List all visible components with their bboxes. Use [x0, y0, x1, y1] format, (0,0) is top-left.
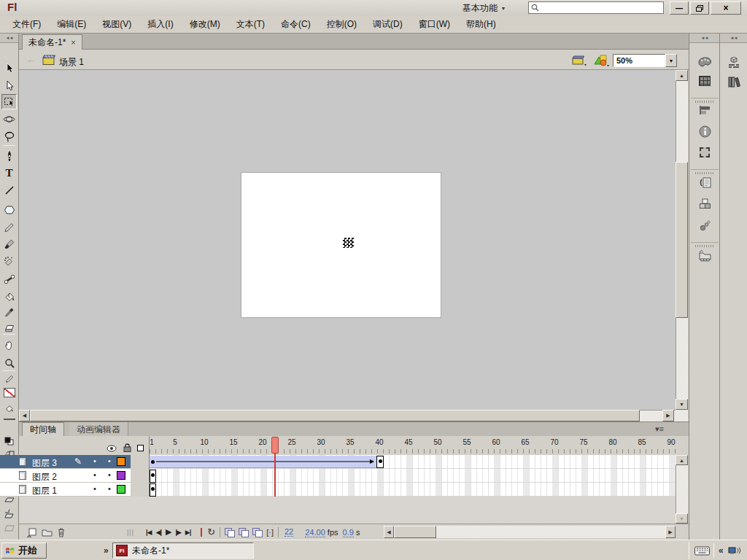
tools-collapse-button[interactable]: ◄◄: [0, 34, 18, 43]
taskbar-task-button[interactable]: Fl 未命名-1*: [112, 542, 254, 559]
menu-view[interactable]: 视图(V): [94, 16, 139, 33]
center-frame-button[interactable]: [201, 528, 203, 537]
new-layer-button[interactable]: [26, 527, 37, 537]
scroll-up-button[interactable]: ▲: [676, 70, 688, 81]
keyframe-cell-layer1[interactable]: [150, 483, 156, 497]
tab-timeline[interactable]: 时间轴: [22, 422, 64, 437]
menu-window[interactable]: 窗口(W): [411, 16, 458, 33]
vertical-scroll-thumb[interactable]: [676, 162, 688, 318]
panel-resize-handle[interactable]: |||: [127, 529, 134, 536]
start-button[interactable]: 开始: [1, 542, 47, 559]
menu-commands[interactable]: 命令(C): [273, 16, 319, 33]
playhead-marker[interactable]: [271, 437, 279, 454]
layer-lock-dot[interactable]: •: [108, 456, 111, 465]
tab-close-icon[interactable]: ×: [71, 38, 75, 47]
document-tab[interactable]: 未命名-1* ×: [22, 34, 82, 50]
line-tool-button[interactable]: [1, 182, 17, 198]
go-to-last-frame-button[interactable]: ▶|: [185, 529, 190, 536]
eyedropper-tool-button[interactable]: [1, 305, 17, 320]
3d-rotation-tool-button[interactable]: [1, 112, 17, 127]
step-forward-button[interactable]: |▶: [175, 529, 180, 536]
horizontal-scroll-thumb[interactable]: [30, 410, 640, 421]
search-input[interactable]: [541, 3, 658, 12]
step-back-button[interactable]: ◀|: [155, 529, 160, 536]
keyframe-cell-layer2[interactable]: [150, 470, 156, 483]
minimize-button[interactable]: —: [670, 1, 689, 15]
layer-outline-swatch[interactable]: [117, 485, 125, 494]
info-panel-button[interactable]: [689, 125, 720, 138]
modify-markers-button[interactable]: [·]: [266, 528, 274, 537]
dock-collapse-button[interactable]: ◄◄: [720, 34, 747, 43]
rotate-option-button[interactable]: [1, 521, 17, 536]
close-button[interactable]: ×: [711, 1, 741, 15]
timeline-scroll-up-button[interactable]: ▲: [676, 455, 688, 465]
dock-collapse-button[interactable]: ◄◄: [689, 34, 719, 43]
menu-modify[interactable]: 修改(M): [182, 16, 228, 33]
timeline-scroll-right-button[interactable]: ▶: [665, 526, 676, 538]
zoom-tool-button[interactable]: [1, 355, 17, 370]
layer-visibility-dot[interactable]: •: [93, 484, 96, 493]
keyframe-cell-end[interactable]: [376, 456, 384, 468]
stroke-color-swatch[interactable]: [4, 388, 15, 397]
layer-visibility-dot[interactable]: •: [93, 456, 96, 465]
edit-scene-button[interactable]: [572, 55, 589, 67]
timeline-scroll-down-button[interactable]: ▼: [676, 513, 688, 524]
zoom-dropdown-button[interactable]: ▼: [665, 54, 677, 67]
pen-tool-button[interactable]: [1, 148, 17, 163]
align-panel-button[interactable]: [689, 105, 720, 115]
quicklaunch-overflow-chevron[interactable]: »: [104, 545, 109, 556]
restore-button[interactable]: [690, 1, 709, 15]
menu-control[interactable]: 控制(O): [319, 16, 365, 33]
hand-tool-button[interactable]: [1, 338, 17, 353]
edit-symbols-button[interactable]: [592, 53, 611, 67]
scroll-down-button[interactable]: ▼: [676, 399, 688, 410]
properties-panel-button[interactable]: [720, 57, 747, 69]
menu-text[interactable]: 文本(T): [228, 16, 273, 33]
deco-tool-button[interactable]: [1, 254, 17, 269]
layer-outline-swatch[interactable]: [117, 457, 125, 466]
play-button[interactable]: ▶: [166, 527, 171, 537]
loop-playback-button[interactable]: ↻: [207, 526, 215, 537]
layer-lock-dot[interactable]: •: [108, 484, 111, 493]
layer-outline-swatch[interactable]: [117, 471, 125, 480]
frame-ruler[interactable]: 1 5 10 15 20 25 30 35 40 45 50 55 60 65 …: [150, 436, 677, 455]
motion-presets-panel-button[interactable]: [689, 220, 720, 231]
layer-row-2[interactable]: 图层 2 • •: [0, 469, 131, 483]
new-folder-button[interactable]: [42, 528, 53, 537]
workspace-switcher[interactable]: 基本功能 ▾: [458, 2, 509, 15]
layer-row-3[interactable]: 图层 3 ✎ • •: [0, 455, 131, 469]
fill-color-swatch[interactable]: [4, 419, 15, 429]
code-snippets-panel-button[interactable]: [689, 176, 720, 189]
tray-collapse-chevron[interactable]: «: [719, 545, 724, 556]
zoom-level-field[interactable]: 50%: [613, 54, 665, 67]
selection-tool-button[interactable]: [1, 61, 17, 76]
components-panel-button[interactable]: [689, 198, 720, 209]
tab-motion-editor[interactable]: 动画编辑器: [69, 422, 128, 437]
shape-tool-button[interactable]: [1, 202, 17, 217]
elapsed-time-field[interactable]: 0.9: [343, 528, 354, 537]
paint-bucket-tool-button[interactable]: [1, 289, 17, 304]
search-box[interactable]: [528, 1, 664, 14]
swatches-panel-button[interactable]: [689, 76, 720, 86]
color-panel-button[interactable]: [689, 57, 720, 68]
go-to-first-frame-button[interactable]: |◀: [146, 529, 151, 536]
lock-all-layers-button[interactable]: [123, 443, 131, 452]
selected-object[interactable]: [343, 238, 354, 248]
layer-visibility-dot[interactable]: •: [93, 470, 96, 479]
onion-skin-button[interactable]: [225, 528, 234, 536]
menu-help[interactable]: 帮助(H): [458, 16, 504, 33]
panel-menu-icon[interactable]: ▾≡: [655, 424, 664, 434]
library-panel-button[interactable]: [720, 76, 747, 88]
menu-debug[interactable]: 调试(D): [365, 16, 411, 33]
layer-lock-dot[interactable]: •: [108, 470, 111, 479]
timeline-scroll-left-button[interactable]: ◀: [384, 526, 394, 538]
scroll-left-button[interactable]: ◀: [19, 410, 30, 421]
network-status-icon[interactable]: [728, 545, 742, 556]
outline-all-layers-button[interactable]: [137, 445, 144, 451]
brush-tool-button[interactable]: [1, 237, 17, 252]
free-transform-tool-button[interactable]: [1, 94, 17, 109]
black-white-button[interactable]: [1, 433, 17, 448]
scroll-right-button[interactable]: ▶: [662, 410, 674, 421]
project-panel-button[interactable]: [689, 249, 720, 262]
transform-panel-button[interactable]: [689, 147, 720, 158]
